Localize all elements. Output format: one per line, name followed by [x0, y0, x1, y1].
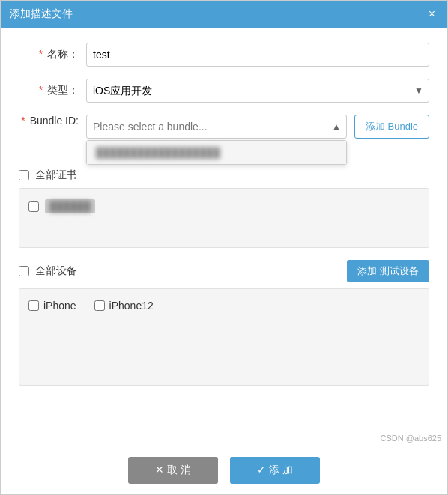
cancel-button[interactable]: ✕ 取 消	[128, 457, 218, 484]
cert-list-box: ██████	[19, 188, 429, 248]
bundle-label-text: Bundle ID:	[30, 115, 79, 127]
cert-item: ██████	[28, 196, 420, 216]
device-checkbox-iphone12[interactable]	[94, 300, 105, 311]
dialog-footer: ✕ 取 消 ✓ 添 加	[1, 446, 447, 494]
dialog-header: 添加描述文件 ×	[1, 1, 447, 28]
bundle-select-wrapper: ▲ ██████████████████	[86, 115, 347, 139]
name-input[interactable]	[86, 43, 429, 67]
type-label-text: 类型：	[47, 84, 79, 96]
type-select[interactable]: iOS应用开发	[86, 79, 429, 103]
type-label: * 类型：	[19, 84, 79, 97]
dialog: 添加描述文件 × * 名称： * 类型： iOS应用开发 ▼	[0, 0, 448, 495]
cert-label: ██████	[45, 199, 95, 213]
device-section-header: 全部设备 添加 测试设备	[19, 260, 429, 282]
dialog-body: * 名称： * 类型： iOS应用开发 ▼ * Bundle ID:	[1, 28, 447, 446]
all-devices-checkbox[interactable]	[19, 266, 29, 276]
add-button[interactable]: ✓ 添 加	[230, 457, 320, 484]
bundle-row: * Bundle ID: ▲ ██████████████████ 添加 Bun…	[19, 115, 429, 139]
name-row: * 名称：	[19, 43, 429, 67]
bundle-dropdown: ██████████████████	[86, 140, 347, 165]
device-item-iphone12: iPhone12	[94, 300, 154, 312]
device-item-iphone: iPhone	[28, 300, 76, 312]
all-devices-label: 全部设备	[35, 264, 77, 278]
cert-checkbox[interactable]	[28, 201, 39, 212]
cert-section: 全部证书 ██████	[19, 168, 429, 248]
device-checkbox-iphone[interactable]	[28, 300, 39, 311]
dialog-title: 添加描述文件	[10, 7, 73, 21]
device-section-right: 添加 测试设备	[347, 260, 429, 282]
devices-box: iPhone iPhone12	[19, 288, 429, 386]
device-label-iphone: iPhone	[43, 300, 76, 312]
cert-section-header: 全部证书	[19, 168, 429, 182]
type-row: * 类型： iOS应用开发 ▼	[19, 79, 429, 103]
bundle-input[interactable]	[86, 115, 347, 139]
all-certs-label: 全部证书	[35, 168, 77, 182]
all-certs-checkbox[interactable]	[19, 170, 29, 180]
bundle-dropdown-item[interactable]: ██████████████████	[87, 141, 346, 164]
type-select-wrapper: iOS应用开发 ▼	[86, 79, 429, 103]
bundle-required-star: *	[21, 115, 25, 127]
device-label-iphone12: iPhone12	[109, 300, 154, 312]
device-row: iPhone iPhone12	[28, 297, 420, 315]
type-required-star: *	[39, 84, 43, 96]
add-device-button[interactable]: 添加 测试设备	[347, 260, 429, 282]
name-label-text: 名称：	[47, 48, 79, 60]
bundle-label: * Bundle ID:	[19, 115, 79, 127]
watermark: CSDN @abs625	[381, 434, 441, 443]
name-required-star: *	[39, 48, 43, 60]
name-label: * 名称：	[19, 48, 79, 61]
close-button[interactable]: ×	[426, 8, 438, 20]
add-bundle-button[interactable]: 添加 Bundle	[354, 115, 429, 139]
device-section: 全部设备 添加 测试设备 iPhone iPhone12	[19, 260, 429, 386]
